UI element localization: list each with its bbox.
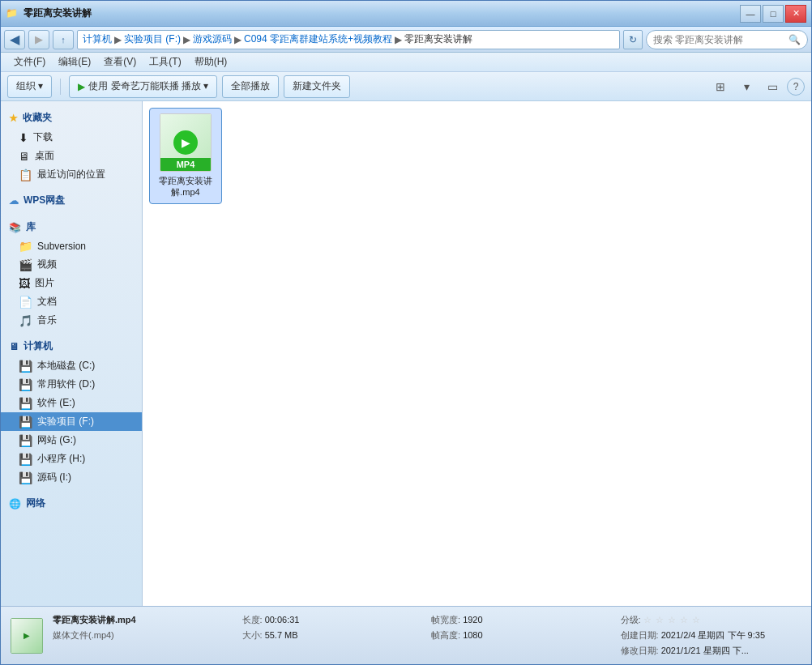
toolbar: 组织 ▾ ▶ 使用 爱奇艺万能联播 播放 ▾ 全部播放 新建文件夹 ⊞ ▾ ▭ … [1,72,811,101]
network-header[interactable]: 🌐 网络 [1,493,142,514]
forward-button[interactable]: ▶ [28,30,49,49]
sidebar-item-documents[interactable]: 📄 文档 [1,292,142,311]
menu-help[interactable]: 帮助(H) [188,53,234,70]
menu-view[interactable]: 查看(V) [97,53,143,70]
explorer-window: 📁 零距离安装讲解 — □ ✕ ◀ ▶ ↑ 计算机 ▶ 实验项目 (F:) ▶ … [0,0,812,665]
pictures-icon: 🖼 [19,277,30,290]
status-filename-row: 零距离安装讲解.mp4 媒体文件(.mp4) [53,614,234,657]
window-controls: — □ ✕ [740,5,806,23]
menu-edit[interactable]: 编辑(E) [52,53,97,70]
close-button[interactable]: ✕ [785,5,806,23]
sidebar-item-video[interactable]: 🎬 视频 [1,255,142,274]
status-height: 帧高度: 1080 [431,629,613,642]
computer-icon: 🖥 [9,341,19,352]
favorites-header[interactable]: ★ 收藏夹 [1,108,142,128]
drive-c-icon: 💾 [19,360,32,373]
status-rating: 分级: ☆ ☆ ☆ ☆ ☆ [621,614,802,626]
computer-section: 🖥 计算机 💾 本地磁盘 (C:) 💾 常用软件 (D:) 💾 软件 (E:) … [1,336,142,487]
back-button[interactable]: ◀ [4,30,25,49]
sidebar-item-drive-e[interactable]: 💾 软件 (E:) [1,394,142,412]
status-filename: 零距离安装讲解.mp4 [53,614,234,626]
library-header[interactable]: 📚 库 [1,217,142,237]
status-meta-row: 分级: ☆ ☆ ☆ ☆ ☆ 创建日期: 2021/2/4 星期四 下午 9:35… [621,614,802,657]
file-name: 零距离安装讲解.mp4 [153,175,218,198]
details-pane-button[interactable]: ▭ [761,77,784,96]
play-circle-icon: ▶ [173,130,198,155]
network-icon: 🌐 [9,498,21,509]
organize-button[interactable]: 组织 ▾ [7,75,52,98]
computer-header[interactable]: 🖥 计算机 [1,336,142,356]
sidebar-item-drive-g[interactable]: 💾 网站 (G:) [1,431,142,450]
menu-bar: 文件(F) 编辑(E) 查看(V) 工具(T) 帮助(H) [1,53,811,72]
maximize-button[interactable]: □ [763,5,784,23]
media-play-button[interactable]: ▶ 使用 爱奇艺万能联播 播放 ▾ [69,75,217,98]
library-section: 📚 库 📁 Subversion 🎬 视频 🖼 图片 📄 文档 [1,217,142,330]
recent-icon: 📋 [19,168,32,181]
refresh-button[interactable]: ↻ [623,30,643,49]
window-title: 零距离安装讲解 [24,6,740,20]
favorites-section: ★ 收藏夹 ⬇ 下载 🖥 桌面 📋 最近访问的位置 [1,108,142,184]
status-size: 大小: 55.7 MB [242,629,424,642]
up-button[interactable]: ↑ [53,30,74,49]
drive-h-icon: 💾 [19,453,32,466]
search-input[interactable] [653,34,785,45]
media-play-icon: ▶ [78,81,85,92]
toolbar-right: ⊞ ▾ ▭ ? [709,77,805,96]
music-icon: 🎵 [19,314,32,327]
status-duration: 长度: 00:06:31 [242,614,424,626]
status-filetype: 媒体文件(.mp4) [53,629,234,642]
status-file-icon: ▶ MP4 [11,618,43,654]
sidebar-item-download[interactable]: ⬇ 下载 [1,128,142,147]
sidebar-item-subversion[interactable]: 📁 Subversion [1,237,142,255]
status-dimensions-row: 帧宽度: 1920 帧高度: 1080 [431,614,613,657]
sidebar-item-recent[interactable]: 📋 最近访问的位置 [1,165,142,184]
sidebar-item-desktop[interactable]: 🖥 桌面 [1,147,142,165]
toolbar-separator [60,79,61,95]
sidebar-item-drive-c[interactable]: 💾 本地磁盘 (C:) [1,356,142,375]
wps-header[interactable]: ☁ WPS网盘 [1,190,142,211]
breadcrumb-current: 零距离安装讲解 [404,32,472,46]
mp4-thumbnail: ▶ MP4 [160,113,212,172]
menu-file[interactable]: 文件(F) [7,53,52,70]
breadcrumb-folder1[interactable]: 游戏源码 [193,32,232,46]
view-toggle-button[interactable]: ⊞ [709,77,732,96]
sidebar-item-drive-h[interactable]: 💾 小程序 (H:) [1,450,142,468]
breadcrumb-drive[interactable]: 实验项目 (F:) [124,32,181,46]
breadcrumb-computer[interactable]: 计算机 [83,32,112,46]
status-bar: ▶ MP4 零距离安装讲解.mp4 媒体文件(.mp4) 长度: 00:06:3… [1,606,811,664]
video-icon: 🎬 [19,258,32,271]
drive-g-icon: 💾 [19,434,32,447]
status-modified: 修改日期: 2021/1/21 星期四 下... [621,645,802,657]
sidebar-item-drive-f[interactable]: 💾 实验项目 (F:) [1,412,142,431]
drive-i-icon: 💾 [19,471,32,484]
documents-icon: 📄 [19,296,32,309]
drive-f-icon: 💾 [19,416,32,428]
new-folder-button[interactable]: 新建文件夹 [284,75,350,98]
network-section: 🌐 网络 [1,493,142,514]
title-bar: 📁 零距离安装讲解 — □ ✕ [1,1,811,27]
library-icon: 📚 [9,222,21,233]
view-dropdown-button[interactable]: ▾ [735,77,758,96]
status-info: 零距离安装讲解.mp4 媒体文件(.mp4) 长度: 00:06:31 大小: … [53,614,801,657]
sidebar: ★ 收藏夹 ⬇ 下载 🖥 桌面 📋 最近访问的位置 [1,101,143,606]
breadcrumb[interactable]: 计算机 ▶ 实验项目 (F:) ▶ 游戏源码 ▶ C094 零距离群建站系统+视… [77,30,620,49]
file-item[interactable]: ▶ MP4 零距离安装讲解.mp4 [149,108,222,204]
sidebar-item-pictures[interactable]: 🖼 图片 [1,274,142,292]
search-icon[interactable]: 🔍 [788,34,801,45]
sidebar-item-drive-i[interactable]: 💾 源码 (I:) [1,468,142,487]
status-created: 创建日期: 2021/2/4 星期四 下午 9:35 [621,629,802,642]
mp4-type-label: MP4 [160,158,211,171]
status-size-row: 长度: 00:06:31 大小: 55.7 MB [242,614,424,657]
minimize-button[interactable]: — [740,5,761,23]
play-all-button[interactable]: 全部播放 [222,75,279,98]
favorites-star-icon: ★ [9,113,18,124]
help-button[interactable]: ? [787,78,805,96]
sidebar-item-drive-d[interactable]: 💾 常用软件 (D:) [1,375,142,394]
drive-d-icon: 💾 [19,378,32,391]
breadcrumb-folder2[interactable]: C094 零距离群建站系统+视频教程 [244,32,392,46]
subversion-icon: 📁 [19,240,32,253]
menu-tools[interactable]: 工具(T) [143,53,187,70]
search-box[interactable]: 🔍 [646,30,808,49]
file-thumbnail: ▶ MP4 [160,113,212,172]
sidebar-item-music[interactable]: 🎵 音乐 [1,311,142,330]
